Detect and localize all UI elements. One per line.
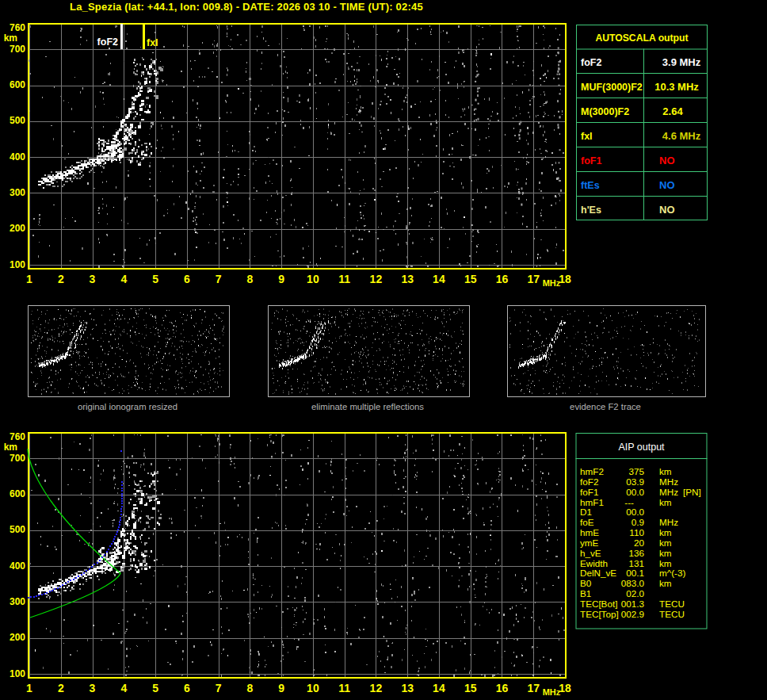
svg-text:AUTOSCALA output: AUTOSCALA output — [595, 33, 688, 44]
svg-text:200: 200 — [10, 632, 25, 643]
svg-text:8: 8 — [247, 682, 254, 694]
svg-text:3: 3 — [90, 273, 96, 285]
svg-text:12: 12 — [370, 273, 383, 285]
svg-text:3.9 MHz: 3.9 MHz — [662, 56, 701, 68]
svg-text:evidence F2 trace: evidence F2 trace — [570, 402, 641, 411]
svg-text:foF2: foF2 — [581, 57, 601, 68]
svg-text:12: 12 — [370, 682, 383, 694]
svg-text:h'Es: h'Es — [581, 205, 601, 216]
svg-text:100: 100 — [10, 259, 25, 270]
svg-text:hmE: hmE — [580, 527, 599, 537]
svg-text:MUF(3000)F2: MUF(3000)F2 — [581, 82, 643, 93]
svg-text:0.9: 0.9 — [632, 517, 644, 527]
svg-text:8: 8 — [247, 273, 254, 285]
svg-text:h_vE: h_vE — [580, 548, 601, 558]
svg-text:200: 200 — [10, 223, 25, 234]
svg-text:6: 6 — [184, 273, 190, 285]
svg-text:fxI: fxI — [147, 37, 158, 48]
svg-text:km: km — [4, 33, 17, 44]
svg-text:20: 20 — [634, 537, 645, 548]
svg-text:500: 500 — [10, 115, 25, 126]
svg-text:2: 2 — [58, 682, 64, 694]
svg-text:fxI: fxI — [581, 131, 593, 142]
svg-text:foF1: foF1 — [581, 155, 601, 166]
svg-text:km: km — [659, 537, 672, 548]
svg-text:15: 15 — [464, 682, 477, 694]
svg-text:03.9: 03.9 — [626, 476, 644, 487]
svg-text:MHz: MHz — [543, 687, 561, 697]
svg-text:DelN_vE: DelN_vE — [580, 568, 616, 578]
svg-text:7: 7 — [216, 273, 222, 285]
svg-text:foF2: foF2 — [580, 476, 598, 487]
svg-text:AIP output: AIP output — [618, 442, 665, 453]
svg-text:100: 100 — [10, 668, 25, 679]
svg-text:00.0: 00.0 — [626, 487, 644, 497]
svg-text:14: 14 — [433, 682, 445, 694]
svg-text:B0: B0 — [580, 578, 592, 588]
svg-text:18: 18 — [559, 682, 571, 694]
svg-text:17: 17 — [527, 682, 540, 694]
svg-text:TEC[Bot]: TEC[Bot] — [580, 599, 617, 609]
svg-text:300: 300 — [10, 187, 25, 198]
svg-text:3: 3 — [90, 682, 96, 694]
svg-text:2: 2 — [58, 273, 64, 285]
svg-text:1: 1 — [26, 273, 32, 285]
svg-text:5: 5 — [152, 682, 158, 694]
svg-text:TEC[Top]: TEC[Top] — [580, 609, 619, 619]
svg-text:131: 131 — [628, 558, 644, 568]
svg-text:13: 13 — [401, 682, 414, 694]
svg-text:eliminate multiple reflections: eliminate multiple reflections — [311, 402, 424, 411]
svg-text:La_Spezia (lat: +44.1, lon: 00: La_Spezia (lat: +44.1, lon: 009.8) - DAT… — [70, 1, 423, 13]
svg-text:001.3: 001.3 — [621, 599, 644, 609]
svg-text:TECU: TECU — [659, 609, 685, 619]
svg-text:hmF1: hmF1 — [580, 497, 604, 507]
svg-text:16: 16 — [496, 273, 509, 285]
svg-text:km: km — [659, 497, 672, 507]
svg-text:Ewidth: Ewidth — [580, 558, 608, 568]
svg-text:D1: D1 — [580, 507, 592, 517]
svg-text:km: km — [659, 527, 672, 537]
svg-text:17: 17 — [527, 273, 540, 285]
svg-text:4: 4 — [120, 273, 127, 285]
svg-text:13: 13 — [401, 273, 414, 285]
svg-text:110: 110 — [629, 527, 644, 537]
svg-text:00.0: 00.0 — [626, 507, 644, 517]
svg-text:NO: NO — [659, 179, 675, 191]
svg-text:500: 500 — [10, 524, 25, 535]
svg-text:300: 300 — [10, 596, 25, 607]
svg-text:4.6 MHz: 4.6 MHz — [662, 130, 701, 142]
svg-text:15: 15 — [464, 273, 477, 285]
svg-text:9: 9 — [278, 682, 284, 694]
svg-text:700: 700 — [10, 44, 25, 55]
svg-text:760: 760 — [10, 431, 25, 442]
svg-text:00.1: 00.1 — [626, 568, 644, 578]
svg-text:foF2: foF2 — [97, 36, 118, 48]
svg-text:MHz: MHz — [659, 487, 678, 497]
svg-text:11: 11 — [338, 273, 350, 285]
svg-text:10: 10 — [307, 682, 319, 694]
svg-text:NO: NO — [659, 155, 675, 166]
svg-text:km: km — [659, 578, 672, 588]
svg-text:700: 700 — [10, 453, 25, 464]
svg-text:---: --- — [624, 497, 634, 507]
svg-text:7: 7 — [216, 682, 222, 694]
svg-text:B1: B1 — [580, 588, 591, 599]
svg-text:5: 5 — [152, 273, 158, 285]
svg-text:km: km — [659, 466, 672, 476]
svg-text:[PN]: [PN] — [683, 487, 701, 497]
svg-text:6: 6 — [184, 682, 190, 694]
svg-text:original ionogram resized: original ionogram resized — [78, 402, 177, 411]
svg-text:km: km — [659, 558, 672, 568]
svg-text:600: 600 — [10, 79, 25, 90]
svg-text:1: 1 — [26, 682, 32, 694]
svg-text:18: 18 — [559, 273, 571, 285]
svg-text:MHz: MHz — [543, 278, 561, 288]
svg-text:400: 400 — [10, 151, 25, 163]
svg-text:002.9: 002.9 — [621, 609, 644, 619]
svg-text:375: 375 — [628, 466, 644, 476]
svg-text:4: 4 — [120, 682, 127, 694]
svg-text:14: 14 — [433, 273, 445, 285]
svg-text:760: 760 — [10, 22, 25, 33]
svg-text:10.3 MHz: 10.3 MHz — [654, 81, 699, 93]
svg-text:hmF2: hmF2 — [580, 466, 604, 476]
